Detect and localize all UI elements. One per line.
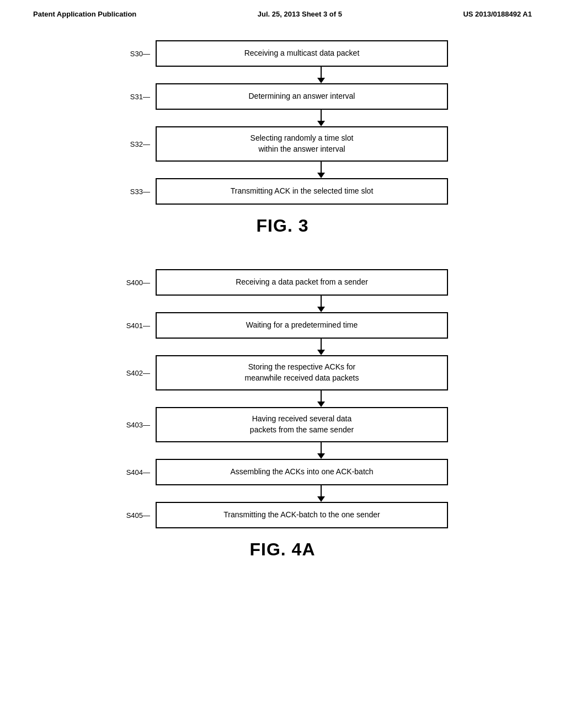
page-header: Patent Application Publication Jul. 25, … (0, 0, 565, 24)
arrow-s401-s402 (279, 339, 325, 355)
arrow-s400-s401 (279, 296, 325, 312)
step-s401-row: S401— Waiting for a predetermined time (117, 312, 448, 339)
step-s401-label: S401— (117, 322, 156, 330)
step-s402-row: S402— Storing the respective ACKs formea… (117, 355, 448, 390)
step-s30-box: Receiving a multicast data packet (156, 40, 448, 67)
fig3-flow: S30— Receiving a multicast data packet S… (117, 40, 448, 205)
fig4a-flow: S400— Receiving a data packet from a sen… (117, 269, 448, 528)
step-s403-row: S403— Having received several datapacket… (117, 407, 448, 442)
step-s400-label: S400— (117, 279, 156, 287)
step-s400-row: S400— Receiving a data packet from a sen… (117, 269, 448, 296)
step-s403-box: Having received several datapackets from… (156, 407, 448, 442)
step-s33-box: Transmitting ACK in the selected time sl… (156, 178, 448, 205)
step-s404-box: Assembling the ACKs into one ACK-batch (156, 459, 448, 485)
header-center: Jul. 25, 2013 Sheet 3 of 5 (258, 10, 342, 18)
arrow-s403-s404 (279, 442, 325, 459)
arrow-s31-s32 (279, 110, 325, 126)
header-left: Patent Application Publication (33, 10, 136, 18)
step-s31-label: S31— (117, 93, 156, 101)
arrow-s402-s403 (279, 390, 325, 407)
fig4a-label: FIG. 4A (249, 539, 315, 560)
step-s32-row: S32— Selecting randomly a time slotwithi… (117, 126, 448, 162)
step-s33-label: S33— (117, 188, 156, 196)
step-s405-row: S405— Transmitting the ACK-batch to the … (117, 502, 448, 528)
arrow-s30-s31 (279, 67, 325, 83)
step-s32-label: S32— (117, 140, 156, 148)
step-s31-box: Determining an answer interval (156, 83, 448, 110)
step-s403-label: S403— (117, 421, 156, 429)
arrow-s32-s33 (279, 162, 325, 178)
step-s33-row: S33— Transmitting ACK in the selected ti… (117, 178, 448, 205)
step-s401-box: Waiting for a predetermined time (156, 312, 448, 339)
step-s400-box: Receiving a data packet from a sender (156, 269, 448, 296)
arrow-s404-s405 (279, 485, 325, 502)
step-s30-row: S30— Receiving a multicast data packet (117, 40, 448, 67)
step-s405-label: S405— (117, 511, 156, 520)
step-s404-label: S404— (117, 468, 156, 477)
step-s402-label: S402— (117, 369, 156, 377)
step-s32-box: Selecting randomly a time slotwithin the… (156, 126, 448, 162)
fig4a-section: S400— Receiving a data packet from a sen… (0, 269, 565, 576)
step-s405-box: Transmitting the ACK-batch to the one se… (156, 502, 448, 528)
header-right: US 2013/0188492 A1 (463, 10, 532, 18)
fig3-section: S30— Receiving a multicast data packet S… (0, 40, 565, 253)
step-s404-row: S404— Assembling the ACKs into one ACK-b… (117, 459, 448, 485)
step-s30-label: S30— (117, 50, 156, 58)
fig3-label: FIG. 3 (257, 216, 309, 236)
step-s31-row: S31— Determining an answer interval (117, 83, 448, 110)
step-s402-box: Storing the respective ACKs formeanwhile… (156, 355, 448, 390)
